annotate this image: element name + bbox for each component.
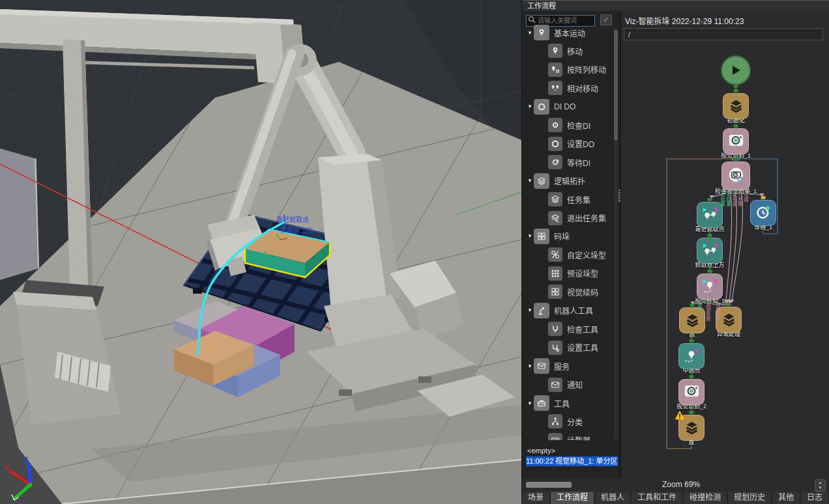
svg-text:123: 123	[553, 439, 558, 440]
tree-scrollbar-thumb[interactable]	[614, 30, 618, 141]
tree-group-pin[interactable]: ▼基本运动	[523, 23, 612, 42]
tree-group-layers[interactable]: ▼逻辑拓扑	[523, 172, 612, 190]
annotation-approach-point: 靠近抓取点	[276, 216, 309, 223]
flowchart-canvas[interactable]: 初始化视觉识别_1检查视觉结果_1靠近抓取点等待_1抓取点上方视觉移动_1抓异常…	[623, 46, 828, 456]
init-node-box[interactable]	[723, 93, 749, 119]
chevron-down-icon[interactable]: ▼	[527, 307, 534, 313]
tab-其他[interactable]: 其他	[772, 492, 800, 504]
flow-node-vision2[interactable]: 视觉识别_2	[671, 379, 712, 410]
tree-label: 服务	[554, 361, 570, 372]
flow-node-approach[interactable]: 靠近抓取点	[689, 202, 731, 232]
3d-viewport[interactable]: 靠近抓取点 抓取点上方 X Z	[0, 0, 521, 504]
tree-item-pallet-custom[interactable]: 自定义垛型	[523, 245, 612, 264]
pin-pair-icon	[548, 81, 562, 95]
tree-item-pallet-preset[interactable]: 预设垛型	[523, 264, 612, 283]
place-node-box[interactable]	[678, 415, 705, 441]
tree-label: 设置工具	[567, 342, 598, 353]
flow-node-wait1[interactable]: 等待_1	[742, 200, 784, 231]
flow-node-above[interactable]: 抓取点上方	[689, 238, 731, 268]
pallet-custom-icon	[548, 247, 562, 262]
tool-set-icon	[548, 341, 562, 355]
tree-item-counter[interactable]: 123计数器	[523, 431, 612, 440]
flow-node-mid[interactable]: 中间点	[671, 343, 712, 374]
layers-icon	[534, 173, 549, 189]
wait1-node-box[interactable]	[750, 200, 776, 226]
tool-check-icon	[548, 322, 562, 336]
tree-group-pallet[interactable]: ▼码垛	[523, 227, 612, 245]
vision1-node-box[interactable]	[723, 128, 749, 154]
tab-工具和工件[interactable]: 工具和工件	[632, 492, 682, 504]
chevron-down-icon[interactable]: ▼	[527, 178, 534, 184]
approach-node-box[interactable]	[697, 202, 723, 228]
tree-group-message[interactable]: ▼服务	[523, 357, 612, 375]
edge-label: 未完成	[731, 193, 736, 206]
tree-label: 自定义垛型	[567, 249, 606, 260]
flow-node-init[interactable]: 初始化	[715, 93, 757, 124]
play-icon	[729, 64, 742, 77]
tree-label: 退出任务集	[567, 212, 606, 223]
pallet-vision-icon	[548, 285, 562, 299]
zoom-level-label: Zoom 69%	[662, 480, 700, 489]
zoom-spinner[interactable]: ▲▼	[815, 479, 826, 492]
layers-icon	[720, 310, 738, 330]
tree-splitter-handle[interactable]: ●●●●●	[618, 189, 620, 202]
tree-group-toolbox[interactable]: ▼工具	[523, 394, 612, 412]
tree-scrollbar[interactable]	[614, 29, 618, 440]
tree-item-pin[interactable]: 移动	[523, 42, 612, 60]
log-entry-selected[interactable]: 11:00:22 视觉移动_1: 单分区方形	[526, 456, 618, 466]
tree-item-pin-pair[interactable]: 相对移动	[523, 79, 612, 97]
above-node-box[interactable]	[697, 238, 723, 264]
tab-工作流程[interactable]: 工作流程	[551, 492, 594, 504]
mid-node-box[interactable]	[678, 343, 705, 369]
flow-node-start[interactable]	[715, 55, 757, 83]
flow-node-check[interactable]: 检查视觉结果_1	[715, 161, 757, 195]
step-library-tree: ▼基本运动移动按阵列移动相对移动▼DI DO检查DI设置DO等待DI▼逻辑拓扑任…	[523, 23, 612, 440]
counter-icon: 123	[548, 433, 562, 440]
tree-item-layers[interactable]: 任务集	[523, 190, 612, 208]
chevron-down-icon[interactable]: ▼	[527, 30, 534, 36]
tree-label: 码垛	[554, 231, 570, 242]
start-node-box[interactable]	[721, 55, 751, 85]
check-node-box[interactable]	[721, 161, 750, 190]
tree-label: 移动	[567, 46, 583, 57]
tree-item-message[interactable]: 通知	[523, 376, 612, 394]
tree-item-classify[interactable]: 分类	[523, 412, 612, 430]
flow-node-except[interactable]: 异常处理	[708, 307, 749, 337]
tree-label: 通知	[567, 379, 583, 390]
edge-label: 规划失败	[705, 303, 710, 321]
flow-node-vision1[interactable]: 视觉识别_1	[715, 128, 757, 159]
tree-item-ring[interactable]: 设置DO	[523, 135, 612, 153]
tree-item-pin-grid[interactable]: 按阵列移动	[523, 61, 612, 79]
flow-node-place[interactable]: 放	[671, 415, 712, 445]
tab-机器人[interactable]: 机器人	[595, 492, 630, 504]
message-icon	[548, 378, 562, 392]
tree-item-pallet-vision[interactable]: 视觉续码	[523, 283, 612, 301]
vmove-node-box[interactable]	[697, 273, 723, 300]
tab-日志[interactable]: 日志	[801, 492, 828, 504]
pin-icon	[548, 44, 562, 58]
flow-node-vmove[interactable]: 视觉移动_1	[689, 273, 731, 304]
tree-group-ring[interactable]: ▼DI DO	[523, 98, 612, 116]
chevron-down-icon[interactable]: ▼	[527, 104, 534, 109]
pallet-preset-icon	[548, 266, 562, 281]
edge-label: 其他失败	[715, 302, 720, 320]
chevron-down-icon[interactable]: ▼	[527, 233, 534, 239]
tree-item-ring-wait[interactable]: 等待DI	[523, 153, 612, 171]
layers-icon	[727, 96, 745, 117]
axis-z-label: Z	[23, 456, 28, 465]
tab-碰撞检测[interactable]: 碰撞检测	[684, 492, 727, 504]
vision2-node-box[interactable]	[678, 379, 705, 405]
tree-item-tool-set[interactable]: 设置工具	[523, 339, 612, 357]
tree-group-robot[interactable]: ▼机器人工具	[523, 301, 612, 320]
classify-icon	[548, 414, 562, 428]
tree-item-ring-di[interactable]: 检查DI	[523, 116, 612, 134]
tree-item-tool-check[interactable]: 检查工具	[523, 320, 612, 338]
tree-label: 工具	[554, 398, 570, 409]
chevron-down-icon[interactable]: ▼	[527, 400, 534, 406]
tab-场景[interactable]: 场景	[522, 492, 549, 504]
chevron-down-icon[interactable]: ▼	[527, 363, 534, 369]
tree-label: 任务集	[567, 194, 590, 205]
tree-item-layers-exit[interactable]: 退出任务集	[523, 209, 612, 227]
breadcrumb[interactable]: /	[624, 28, 823, 40]
tab-规划历史[interactable]: 规划历史	[728, 492, 771, 504]
